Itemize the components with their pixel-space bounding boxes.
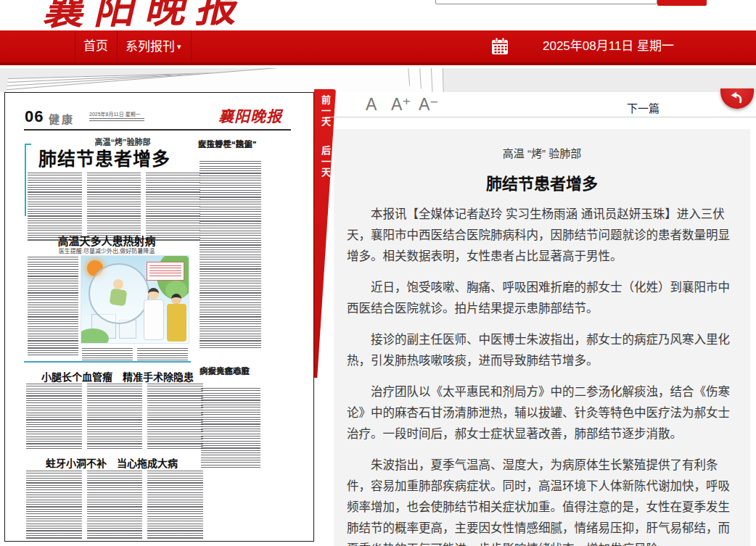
next-article-link[interactable]: 下一篇	[627, 100, 660, 115]
bottom-article1-body	[26, 384, 203, 450]
current-date: 2025年08月11日 星期一	[543, 30, 674, 62]
doctor-figure	[144, 299, 164, 340]
cartoon-caption	[82, 348, 133, 360]
nav-item-series[interactable]: 系列报刊▾	[126, 30, 181, 62]
main-nav: 首页 系列报刊▾ 2025年08月11日 星期一	[0, 30, 756, 65]
next-day-tab[interactable]: 后一天	[319, 146, 332, 178]
site-logo[interactable]: 襄阳晚报	[41, 0, 245, 30]
article-paragraph: 近日，饱受咳嗽、胸痛、呼吸困难折磨的郝女士（化姓）到襄阳市中西医结合医院就诊。拍…	[347, 277, 737, 319]
newspaper-masthead: 襄阳晚报	[218, 104, 282, 126]
search-button[interactable]	[657, 0, 707, 6]
article-kicker: 高温 “烤” 验肺部	[347, 145, 737, 160]
header-rule	[24, 129, 291, 131]
bystander-figure	[167, 304, 186, 342]
right-article2-body	[201, 388, 260, 469]
nav-item-home[interactable]: 首页	[83, 30, 108, 62]
patient-figure	[113, 279, 123, 289]
main-article-body	[28, 173, 200, 242]
article-paragraph: 接诊的副主任医师、中医博士朱波指出，郝女士的病症乃风寒入里化热，引发肺热咳嗽咳痰…	[347, 329, 737, 371]
cartoon-caption	[137, 348, 188, 360]
nav-divider	[75, 30, 75, 62]
speech-box	[147, 262, 184, 281]
middle-article-subtitle: 医生提醒:尽量减少外出,做好防暑降温	[41, 247, 172, 255]
day-nav-ribbon: 前一天 后一天	[314, 89, 336, 378]
back-arrow-icon	[728, 89, 746, 107]
calendar-icon[interactable]	[490, 37, 509, 56]
section-name: 健康	[49, 111, 75, 126]
prev-day-tab[interactable]: 前一天	[319, 95, 332, 128]
toolbar-divider	[325, 117, 756, 117]
right-article-body	[200, 161, 261, 348]
middle-article-body	[28, 257, 78, 357]
epaper-screen: 襄阳晚报 首页 系列报刊▾ 2025年08月11日 星期一	[0, 0, 756, 546]
page-date-line: 2025年8月11日 星期一	[89, 110, 141, 117]
section-divider	[24, 361, 191, 363]
article-panel: 高温 “烤” 验肺部 肺结节患者增多 本报讯【全媒体记者赵玲 实习生杨雨涵 通讯…	[334, 129, 750, 546]
fanned-pages	[0, 68, 479, 92]
font-size-increase-button[interactable]: A⁺	[391, 95, 411, 115]
main-article-headline: 肺结节患者增多	[30, 144, 179, 170]
bystander-figure	[171, 294, 181, 305]
article-paragraph: 朱波指出，夏季气温高、湿度大，为病原体生长繁殖提供了有利条件，容易加重肺部疾病症…	[347, 455, 737, 546]
article-title: 肺结节患者增多	[347, 170, 737, 194]
article-paragraph: 本报讯【全媒体记者赵玲 实习生杨雨涵 通讯员赵妍玉珠】进入三伏天，襄阳市中西医结…	[347, 204, 737, 267]
doctor-figure	[148, 288, 159, 299]
page-credits-placeholder	[89, 118, 144, 122]
patient-figure	[110, 289, 128, 307]
bottom-article2-headline: 蛀牙小洞不补 当心拖成大病	[46, 455, 169, 470]
bottom-article2-body	[26, 471, 203, 540]
chevron-down-icon: ▾	[177, 42, 181, 51]
newspaper-page-image[interactable]: 06 健康 2025年8月11日 星期一 襄阳晚报 高温“烤”验肺部 肺结节患者…	[4, 92, 314, 542]
nav-divider	[191, 30, 192, 62]
bottom-article1-headline: 小腿长个血管瘤 精准手术除隐患	[41, 369, 173, 384]
page-number: 06	[25, 107, 44, 126]
middle-article-headline: 高温天多人患热射病	[47, 233, 166, 248]
search-input[interactable]	[435, 0, 657, 4]
site-header: 襄阳晚报	[0, 0, 756, 30]
font-size-normal-button[interactable]: A	[366, 95, 377, 115]
article-paragraph: 治疗团队以《太平惠民和剂局方》中的二参汤化解痰浊，结合《伤寒论》中的麻杏石甘汤清…	[347, 381, 737, 444]
back-button[interactable]	[720, 88, 754, 109]
heatstroke-cartoon	[81, 255, 189, 344]
font-size-decrease-button[interactable]: A⁻	[419, 95, 438, 115]
nav-divider	[117, 30, 118, 62]
